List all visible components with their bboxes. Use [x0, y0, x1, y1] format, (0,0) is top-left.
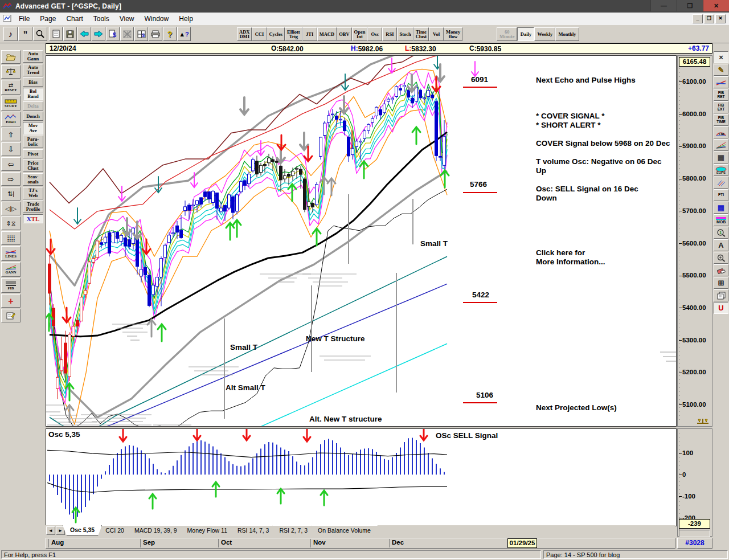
time-axis[interactable]: AugSepOctNovDec 01/29/25	[46, 538, 675, 549]
fib-extension-button[interactable]: FIB EXT	[714, 101, 728, 113]
eraser-tool-button[interactable]	[714, 264, 728, 276]
lines-button[interactable]: LINES	[1, 246, 21, 261]
study-price-clust-button[interactable]: Price Clust	[23, 160, 43, 172]
child-window-icon[interactable]	[3, 15, 11, 23]
pencil-tool-button[interactable]: ✎	[714, 64, 728, 76]
close-button[interactable]: ✕	[703, 0, 729, 11]
timeframe-monthly[interactable]: Monthly	[555, 27, 579, 41]
child-minimize-button[interactable]: _	[693, 14, 703, 23]
fib-button[interactable]: FIB	[1, 278, 21, 293]
fib-retracement-button[interactable]: FIB RET	[714, 89, 728, 101]
study-mov-ave-button[interactable]: Mov Ave	[23, 122, 43, 134]
indicator-vol[interactable]: Vol	[429, 27, 444, 41]
indicator-adx-dmi[interactable]: ADX DMI	[237, 27, 252, 41]
tab-cci-20[interactable]: CCI 20	[99, 525, 131, 536]
crosshair-button[interactable]: +	[1, 294, 21, 308]
menu-file[interactable]: File	[14, 13, 35, 24]
tab-on-balance-volume[interactable]: On Balance Volume	[311, 525, 378, 536]
save-icon[interactable]	[63, 27, 77, 41]
reset-button[interactable]: ⇄RESET	[1, 80, 21, 95]
child-restore-button[interactable]: ❐	[704, 14, 714, 23]
study-button[interactable]: STUDY	[1, 96, 21, 111]
indicator-obv[interactable]: OBV	[337, 27, 351, 41]
trend-lines-tool-button[interactable]	[714, 76, 728, 88]
study-seas--onals-button[interactable]: Seas- onals	[23, 173, 43, 186]
projection-date-box[interactable]: 01/29/25	[507, 538, 537, 548]
properties-button[interactable]	[1, 309, 21, 322]
scroll-down-button[interactable]: ⇩	[1, 142, 21, 156]
study-xtl-button[interactable]: XTL	[23, 214, 43, 223]
indicator-osc[interactable]: Osc	[367, 27, 382, 41]
restore-button[interactable]: ❐	[677, 0, 703, 11]
indicator-cycles[interactable]: Cycles	[267, 27, 285, 41]
tab-macd-19-39-9[interactable]: MACD 19, 39, 9	[128, 525, 184, 536]
tab-scroll-right-button[interactable]: ►	[56, 526, 65, 535]
scale-lock-icon[interactable]	[696, 418, 710, 426]
indicator-money-flow[interactable]: Money flow	[444, 27, 462, 41]
text-tool-button[interactable]: A	[714, 239, 728, 251]
study-donch-button[interactable]: Donch	[23, 112, 43, 121]
context-help-icon[interactable]: ▲?	[177, 27, 191, 41]
vertical-zoom-button[interactable]: ⇕⧖	[1, 216, 21, 230]
pages-tool-button[interactable]	[714, 289, 728, 301]
search-icon[interactable]	[33, 27, 47, 41]
tile-disabled-icon[interactable]	[120, 27, 134, 41]
quote-icon[interactable]: ”	[18, 27, 32, 41]
hatch-tool-button[interactable]	[714, 177, 728, 189]
zoom-in-tool-button[interactable]	[714, 252, 728, 264]
help-icon[interactable]: ?	[163, 27, 177, 41]
page-forward-icon[interactable]	[92, 27, 105, 41]
tab-scroll-left-button[interactable]: ◄	[46, 526, 55, 535]
menu-page[interactable]: Page	[35, 13, 61, 24]
menu-chart[interactable]: Chart	[61, 13, 88, 24]
child-close-button[interactable]: ✕	[715, 14, 726, 23]
study-auto-trend-button[interactable]: Auto Trend	[23, 64, 43, 76]
oscillator-pane[interactable]: Osc 5,35OSc SELL Signal	[46, 428, 677, 526]
indicator-elliott-trig[interactable]: Elliott Trig	[285, 27, 302, 41]
elliott-button[interactable]: Elliott	[1, 112, 21, 126]
mob-tool-button[interactable]: MOB	[714, 214, 728, 226]
gann-button[interactable]: GANN	[1, 262, 21, 277]
print-icon[interactable]	[149, 27, 162, 41]
minimize-button[interactable]: —	[650, 0, 677, 11]
study-bias-button[interactable]: Bias	[23, 77, 43, 87]
timeframe-60-minute[interactable]: 60 Minute	[497, 27, 517, 41]
menu-view[interactable]: View	[114, 13, 140, 24]
compress-bars-button[interactable]: ⇅|	[1, 187, 21, 201]
study-delta-button[interactable]: Delta	[23, 101, 43, 111]
study-bol-band-button[interactable]: Bol Band	[23, 88, 43, 100]
study-trade-profile-button[interactable]: Trade Profile	[23, 201, 43, 213]
study-para--bolic-button[interactable]: Para- bolic	[23, 136, 43, 148]
page-back-icon[interactable]	[77, 27, 91, 41]
pti-tool-button[interactable]: PTI	[714, 189, 728, 201]
timeframe-daily[interactable]: Daily	[517, 27, 534, 41]
tab-rsi-14-7-3[interactable]: RSI 14, 7, 3	[231, 525, 276, 536]
find-one-button[interactable]: 1	[714, 227, 728, 239]
ellipse-tool-button[interactable]: ELIPS	[714, 164, 728, 176]
refresh-quote-icon[interactable]: $	[106, 27, 120, 41]
magnet-tool-button[interactable]: U	[714, 302, 728, 314]
bias-scales-button[interactable]	[1, 65, 21, 79]
new-page-icon[interactable]	[49, 27, 63, 41]
menu-window[interactable]: Window	[140, 13, 174, 24]
expand-bars-button[interactable]: ◁|▷	[1, 202, 21, 215]
tile-windows-icon[interactable]: $	[134, 27, 148, 41]
indicator-jti[interactable]: JTI	[302, 27, 317, 41]
scroll-left-button[interactable]: ⇦	[1, 157, 21, 171]
indicator-time-clust[interactable]: Time Clust	[413, 27, 429, 41]
menu-help[interactable]: Help	[174, 13, 198, 24]
study-auto-gann-button[interactable]: Auto Gann	[23, 50, 43, 63]
timeframe-weekly[interactable]: Weekly	[534, 27, 555, 41]
scroll-right-button[interactable]: ⇨	[1, 172, 21, 186]
indicator-rsi[interactable]: RSI	[382, 27, 397, 41]
tab-money-flow-11[interactable]: Money Flow 11	[181, 525, 234, 536]
menu-tools[interactable]: Tools	[88, 13, 114, 24]
gann-fan-button[interactable]	[714, 139, 728, 151]
study-tj-s-web-button[interactable]: TJ's Web	[23, 187, 43, 199]
open-chart-button[interactable]	[1, 50, 21, 64]
scroll-up-button[interactable]: ⇧	[1, 128, 21, 141]
indicator-cci[interactable]: CCI	[252, 27, 267, 41]
fib-circle-button[interactable]: FIB	[714, 126, 728, 138]
tab-rsi-2-7-3[interactable]: RSI 2, 7, 3	[272, 525, 314, 536]
tab-osc-5-35[interactable]: Osc 5,35	[63, 525, 102, 536]
